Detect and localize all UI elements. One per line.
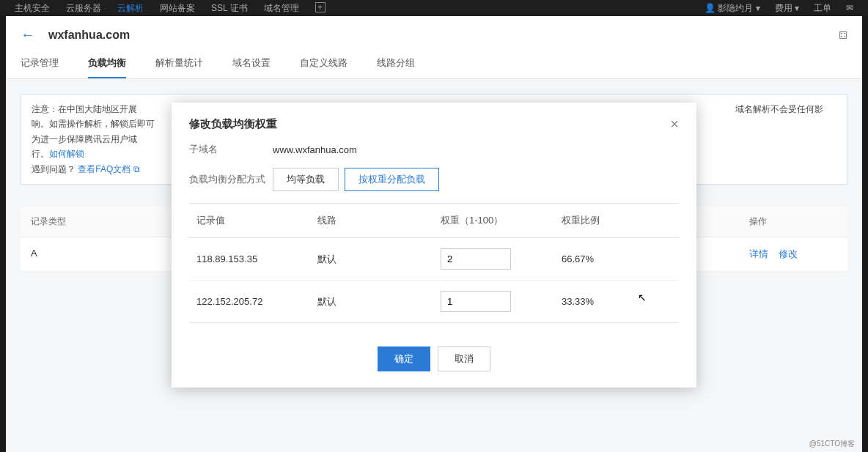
row-subdomain: 子域名 www.wxfanhua.com (189, 143, 679, 156)
th-weight: 权重（1-100） (441, 214, 562, 227)
cost-menu[interactable]: 费用 ▾ (775, 2, 799, 15)
mode-radio-group: 均等负载 按权重分配负载 (273, 168, 439, 191)
mail-icon[interactable]: ✉ (846, 3, 853, 13)
row-mode: 负载均衡分配方式 均等负载 按权重分配负载 (189, 168, 679, 191)
mode-weight-button[interactable]: 按权重分配负载 (345, 168, 439, 191)
modal-overlay: 修改负载均衡权重 × 子域名 www.wxfanhua.com 负载均衡分配方式… (6, 16, 862, 452)
top-nav-right: 👤 影隐约月 ▾ 费用 ▾ 工单 ✉ (705, 2, 853, 15)
top-nav-left: 主机安全 云服务器 云解析 网站备案 SSL 证书 域名管理 + (15, 2, 326, 15)
user-menu[interactable]: 👤 影隐约月 ▾ (705, 2, 760, 15)
nav-item-domain[interactable]: 域名管理 (264, 2, 299, 15)
rec-row: 122.152.205.72 默认 33.33% (189, 281, 679, 322)
nav-item-host[interactable]: 主机安全 (15, 2, 50, 15)
order-link[interactable]: 工单 (814, 2, 831, 15)
modal-title: 修改负载均衡权重 (189, 117, 277, 131)
cell-ratio: 33.33% (562, 296, 672, 307)
nav-item-cvm[interactable]: 云服务器 (66, 2, 101, 15)
cell-record-value: 118.89.153.35 (196, 253, 317, 264)
mode-equal-button[interactable]: 均等负载 (273, 168, 339, 191)
modal-records-table: 记录值 线路 权重（1-100） 权重比例 118.89.153.35 默认 6… (189, 203, 679, 323)
value-subdomain: www.wxfanhua.com (273, 144, 357, 155)
close-icon[interactable]: × (670, 116, 679, 133)
top-nav: 主机安全 云服务器 云解析 网站备案 SSL 证书 域名管理 + 👤 影隐约月 … (0, 0, 868, 16)
rec-row: 118.89.153.35 默认 66.67% (189, 238, 679, 281)
label-mode: 负载均衡分配方式 (189, 173, 273, 186)
cell-ratio: 66.67% (562, 253, 672, 264)
nav-item-ssl[interactable]: SSL 证书 (211, 2, 248, 15)
label-subdomain: 子域名 (189, 143, 273, 156)
edit-weight-modal: 修改负载均衡权重 × 子域名 www.wxfanhua.com 负载均衡分配方式… (172, 103, 696, 388)
rec-head: 记录值 线路 权重（1-100） 权重比例 (189, 204, 679, 238)
watermark: @51CTO博客 (809, 439, 855, 449)
modal-body: 子域名 www.wxfanhua.com 负载均衡分配方式 均等负载 按权重分配… (172, 137, 696, 338)
ok-button[interactable]: 确定 (378, 347, 430, 371)
th-line: 线路 (317, 214, 441, 227)
cell-line: 默认 (317, 295, 441, 308)
modal-footer: 确定 取消 (172, 338, 696, 388)
nav-item-dns[interactable]: 云解析 (117, 2, 144, 15)
cancel-button[interactable]: 取消 (438, 347, 490, 371)
plus-icon[interactable]: + (315, 2, 326, 12)
th-record-value: 记录值 (196, 214, 317, 227)
modal-header: 修改负载均衡权重 × (172, 103, 696, 137)
main-area: ← wxfanhua.com ⚃ 记录管理 负载均衡 解析量统计 域名设置 自定… (6, 16, 862, 452)
cell-record-value: 122.152.205.72 (196, 296, 317, 307)
nav-item-beian[interactable]: 网站备案 (160, 2, 195, 15)
th-ratio: 权重比例 (562, 214, 672, 227)
user-icon: 👤 (705, 3, 716, 13)
weight-input[interactable] (441, 248, 511, 270)
cell-line: 默认 (317, 253, 441, 266)
weight-input[interactable] (441, 291, 511, 312)
